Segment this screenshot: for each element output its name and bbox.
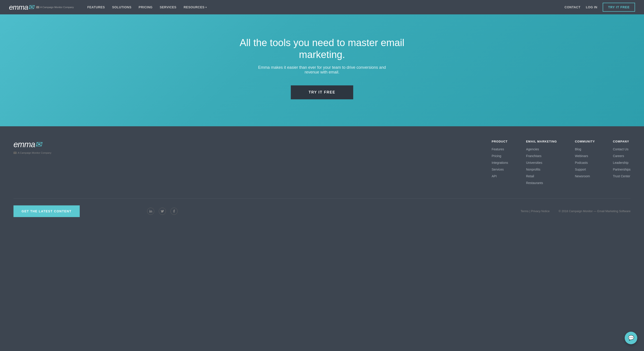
nav-login-link[interactable]: LOG IN [586, 6, 597, 9]
footer-link-blog[interactable]: Blog [575, 147, 581, 151]
footer-col-community-links: Blog Webinars Podcasts Support Newsroom [575, 147, 595, 178]
footer-social [147, 208, 178, 215]
footer-campaign-tag: A Campaign Monitor Company [14, 151, 63, 154]
footer-link-retail[interactable]: Retail [526, 174, 534, 178]
footer-link-newsroom[interactable]: Newsroom [575, 174, 590, 178]
footer-col-email-links: Agencies Franchises Universities Nonprof… [526, 147, 557, 185]
footer-logo: emma✉ [14, 140, 63, 149]
terms-separator: | [530, 209, 530, 213]
list-item: Services [492, 167, 508, 171]
footer-link-pricing[interactable]: Pricing [492, 154, 502, 158]
nav-link-features[interactable]: FEATURES [87, 6, 105, 9]
footer-col-company-title: COMPANY [613, 140, 630, 143]
list-item: Integrations [492, 161, 508, 165]
footer-link-careers[interactable]: Careers [613, 154, 624, 158]
list-item: Restaurants [526, 181, 557, 185]
footer-col-company-links: Contact Us Careers Leadership Partnershi… [613, 147, 630, 178]
footer-link-api[interactable]: API [492, 174, 497, 178]
footer-col-email-title: EMAIL MARKETING [526, 140, 557, 143]
footer-link-nonprofits[interactable]: Nonprofits [526, 168, 540, 171]
footer-bottom: GET THE LATEST CONTENT Terms | [14, 199, 630, 224]
footer-link-features[interactable]: Features [492, 147, 504, 151]
navbar-campaign-tag: A Campaign Monitor Company [36, 6, 74, 9]
footer-link-webinars[interactable]: Webinars [575, 154, 588, 158]
list-item: Features [492, 147, 508, 151]
footer-col-company: COMPANY Contact Us Careers Leadership Pa… [613, 140, 630, 185]
list-item: Pricing [492, 154, 508, 158]
footer-col-product: PRODUCT Features Pricing Integrations Se… [492, 140, 508, 185]
nav-right: CONTACT LOG IN TRY IT FREE [564, 3, 635, 12]
footer-col-email-marketing: EMAIL MARKETING Agencies Franchises Univ… [526, 140, 557, 185]
footer-col-product-title: PRODUCT [492, 140, 508, 143]
footer-link-partnerships[interactable]: Partnerships [613, 168, 630, 171]
linkedin-icon[interactable] [147, 208, 154, 215]
nav-link-pricing[interactable]: PRICING [138, 6, 152, 9]
footer-link-franchises[interactable]: Franchises [526, 154, 542, 158]
navbar-logo: emma✉ [9, 3, 34, 12]
footer-link-leadership[interactable]: Leadership [613, 161, 628, 164]
list-item: Newsroom [575, 174, 595, 178]
list-item: Retail [526, 174, 557, 178]
footer-brand: emma✉ A Campaign Monitor Company [14, 140, 63, 185]
list-item: Nonprofits [526, 167, 557, 171]
footer-terms: Terms | Privacy Notice [521, 209, 550, 213]
footer-legal: Terms | Privacy Notice © 2018 Campaign M… [521, 209, 630, 213]
list-item: Franchises [526, 154, 557, 158]
list-item: Contact Us [613, 147, 630, 151]
nav-contact-link[interactable]: CONTACT [564, 6, 580, 9]
hero-try-free-button[interactable]: TRY IT FREE [291, 85, 354, 99]
nav-link-solutions[interactable]: SOLUTIONS [112, 6, 131, 9]
nav-try-free-button[interactable]: TRY IT FREE [603, 3, 635, 12]
footer-link-integrations[interactable]: Integrations [492, 161, 508, 164]
footer-col-product-links: Features Pricing Integrations Services A… [492, 147, 508, 178]
nav-link-resources[interactable]: RESOURCES ▾ [184, 6, 207, 9]
list-item: Partnerships [613, 167, 630, 171]
footer-link-services[interactable]: Services [492, 168, 504, 171]
list-item: Universities [526, 161, 557, 165]
footer-link-agencies[interactable]: Agencies [526, 147, 539, 151]
footer-col-community-title: COMMUNITY [575, 140, 595, 143]
hero-title: All the tools you need to master email m… [232, 37, 412, 61]
navbar: emma✉ A Campaign Monitor Company FEATURE… [0, 0, 644, 14]
footer-top: emma✉ A Campaign Monitor Company PRODUCT… [14, 140, 630, 199]
hero-subtitle: Emma makes it easier than ever for your … [255, 65, 389, 75]
footer-col-community: COMMUNITY Blog Webinars Podcasts Support… [575, 140, 595, 185]
footer-link-podcasts[interactable]: Podcasts [575, 161, 588, 164]
list-item: Agencies [526, 147, 557, 151]
list-item: API [492, 174, 508, 178]
footer: emma✉ A Campaign Monitor Company PRODUCT… [0, 126, 644, 224]
list-item: Careers [613, 154, 630, 158]
footer-nav-columns: PRODUCT Features Pricing Integrations Se… [76, 140, 630, 185]
footer-link-trust-center[interactable]: Trust Center [613, 174, 630, 178]
footer-copyright: © 2018 Campaign Monitor — Email Marketin… [559, 209, 630, 213]
footer-link-support[interactable]: Support [575, 168, 586, 171]
chevron-down-icon: ▾ [206, 6, 207, 9]
get-content-button[interactable]: GET THE LATEST CONTENT [14, 205, 80, 217]
footer-link-restaurants[interactable]: Restaurants [526, 181, 543, 185]
list-item: Leadership [613, 161, 630, 165]
facebook-icon[interactable] [170, 208, 178, 215]
hero-section: All the tools you need to master email m… [0, 14, 644, 126]
list-item: Webinars [575, 154, 595, 158]
list-item: Trust Center [613, 174, 630, 178]
list-item: Blog [575, 147, 595, 151]
terms-link[interactable]: Terms [521, 209, 528, 213]
list-item: Podcasts [575, 161, 595, 165]
footer-link-universities[interactable]: Universities [526, 161, 542, 164]
twitter-icon[interactable] [159, 208, 166, 215]
footer-link-contact-us[interactable]: Contact Us [613, 147, 628, 151]
nav-link-services[interactable]: SERVICES [160, 6, 176, 9]
nav-links: FEATURES SOLUTIONS PRICING SERVICES RESO… [87, 6, 564, 9]
privacy-link[interactable]: Privacy Notice [531, 209, 550, 213]
navbar-brand: emma✉ A Campaign Monitor Company [9, 3, 74, 12]
list-item: Support [575, 167, 595, 171]
